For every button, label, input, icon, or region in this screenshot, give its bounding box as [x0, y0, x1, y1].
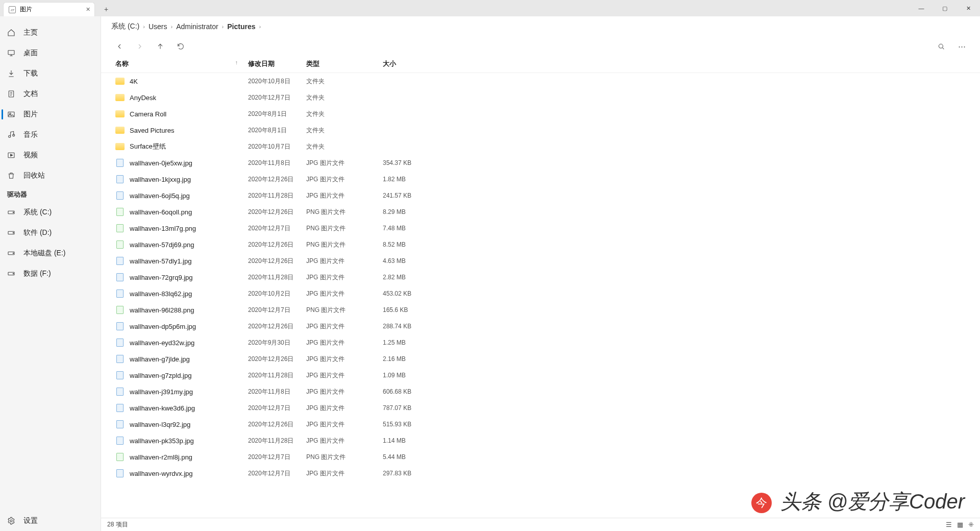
chevron-right-icon: › — [259, 23, 261, 30]
up-button[interactable] — [150, 38, 170, 55]
content-area: 系统 (C:)›Users›Administrator›Pictures› ⋯ … — [101, 16, 980, 531]
sidebar-item-videos[interactable]: 视频 — [0, 145, 101, 165]
file-date: 2020年10月7日 — [248, 142, 306, 151]
close-tab-icon[interactable]: ✕ — [86, 6, 90, 13]
folder-icon — [115, 77, 125, 86]
file-type: JPG 图片文件 — [306, 289, 383, 298]
sidebar-item-documents[interactable]: 文档 — [0, 84, 101, 104]
breadcrumb-segment[interactable]: Users — [149, 22, 167, 31]
file-row[interactable]: Saved Pictures2020年8月1日文件夹 — [101, 122, 980, 138]
file-size: 5.44 MB — [383, 453, 449, 461]
file-row[interactable]: wallhaven-1kjxxg.jpg2020年12月26日JPG 图片文件1… — [101, 171, 980, 187]
sidebar-item-settings[interactable]: 设置 — [0, 511, 101, 531]
sidebar-item-home[interactable]: 主页 — [0, 22, 101, 43]
file-date: 2020年12月26日 — [248, 175, 306, 184]
file-row[interactable]: wallhaven-pk353p.jpg2020年11月28日JPG 图片文件1… — [101, 432, 980, 449]
column-size[interactable]: 大小 — [383, 59, 449, 68]
file-row[interactable]: wallhaven-eyd32w.jpg2020年9月30日JPG 图片文件1.… — [101, 334, 980, 351]
breadcrumb-segment[interactable]: 系统 (C:) — [111, 22, 139, 31]
file-date: 2020年12月7日 — [248, 224, 306, 233]
file-row[interactable]: 4K2020年10月8日文件夹 — [101, 73, 980, 89]
file-date: 2020年11月28日 — [248, 191, 306, 200]
file-row[interactable]: wallhaven-6ojl5q.jpg2020年11月28日JPG 图片文件2… — [101, 187, 980, 204]
file-row[interactable]: wallhaven-j391my.jpg2020年11月8日JPG 图片文件60… — [101, 383, 980, 400]
file-row[interactable]: wallhaven-13ml7g.png2020年12月7日PNG 图片文件7.… — [101, 220, 980, 236]
breadcrumb-segment[interactable]: Pictures — [227, 22, 255, 31]
file-row[interactable]: wallhaven-kwe3d6.jpg2020年12月7日JPG 图片文件78… — [101, 400, 980, 416]
sidebar-drive-software-d[interactable]: 软件 (D:) — [0, 223, 101, 243]
sidebar-item-label: 设置 — [23, 516, 38, 525]
navigation-toolbar: ⋯ — [101, 37, 980, 56]
file-row[interactable]: wallhaven-96l288.png2020年12月7日PNG 图片文件16… — [101, 302, 980, 318]
title-bar: ▱ 图片 ✕ + — ▢ ✕ — [0, 0, 980, 16]
file-type: JPG 图片文件 — [306, 420, 383, 429]
file-row[interactable]: wallhaven-83lq62.jpg2020年10月2日JPG 图片文件45… — [101, 285, 980, 302]
file-row[interactable]: wallhaven-72grq9.jpg2020年11月28日JPG 图片文件2… — [101, 269, 980, 285]
svg-point-10 — [13, 232, 13, 233]
file-row[interactable]: AnyDesk2020年12月7日文件夹 — [101, 89, 980, 106]
close-window-button[interactable]: ✕ — [957, 0, 980, 16]
file-name: wallhaven-1kjxxg.jpg — [130, 176, 248, 183]
sidebar-drive-local-e[interactable]: 本地磁盘 (E:) — [0, 243, 101, 263]
sidebar-item-recycle[interactable]: 回收站 — [0, 165, 101, 186]
jpg-icon — [115, 371, 125, 380]
minimize-button[interactable]: — — [910, 0, 933, 16]
file-type: JPG 图片文件 — [306, 388, 383, 396]
file-list: 名称↑ 修改日期 类型 大小 4K2020年10月8日文件夹AnyDesk202… — [101, 56, 980, 518]
music-icon — [7, 131, 16, 139]
file-row[interactable]: wallhaven-57dly1.jpg2020年12月26日JPG 图片文件4… — [101, 253, 980, 269]
view-more-button[interactable]: ⁜ — [968, 521, 974, 528]
back-button[interactable] — [109, 38, 130, 55]
forward-button[interactable] — [130, 38, 150, 55]
file-row[interactable]: wallhaven-0je5xw.jpg2020年11月8日JPG 图片文件35… — [101, 155, 980, 171]
breadcrumb-segment[interactable]: Administrator — [176, 22, 218, 31]
png-icon — [115, 305, 125, 315]
column-date[interactable]: 修改日期 — [248, 59, 306, 68]
column-name[interactable]: 名称↑ — [115, 59, 248, 68]
file-name: 4K — [130, 78, 248, 85]
column-type[interactable]: 类型 — [306, 59, 383, 68]
maximize-button[interactable]: ▢ — [933, 0, 957, 16]
view-details-button[interactable]: ☰ — [946, 521, 952, 528]
new-tab-button[interactable]: + — [99, 2, 113, 16]
file-size: 165.6 KB — [383, 306, 449, 313]
file-row[interactable]: wallhaven-6oqoll.png2020年12月26日PNG 图片文件8… — [101, 204, 980, 220]
more-button[interactable]: ⋯ — [951, 38, 972, 55]
sidebar-drive-system-c[interactable]: 系统 (C:) — [0, 202, 101, 223]
desktop-icon — [7, 49, 16, 57]
breadcrumb[interactable]: 系统 (C:)›Users›Administrator›Pictures› — [101, 16, 980, 37]
file-row[interactable]: Surface壁纸2020年10月7日文件夹 — [101, 138, 980, 155]
file-type: 文件夹 — [306, 110, 383, 118]
refresh-button[interactable] — [170, 38, 191, 55]
png-icon — [115, 224, 125, 233]
file-row[interactable]: wallhaven-dp5p6m.jpg2020年12月26日JPG 图片文件2… — [101, 318, 980, 334]
sidebar-drive-data-f[interactable]: 数据 (F:) — [0, 263, 101, 284]
sidebar-item-music[interactable]: 音乐 — [0, 125, 101, 145]
tab-label: 图片 — [20, 5, 32, 14]
file-row[interactable]: wallhaven-g7jlde.jpg2020年12月26日JPG 图片文件2… — [101, 351, 980, 367]
file-row[interactable]: wallhaven-g7zpld.jpg2020年11月28日JPG 图片文件1… — [101, 367, 980, 383]
sidebar-item-desktop[interactable]: 桌面 — [0, 43, 101, 63]
view-tiles-button[interactable]: ▦ — [957, 521, 963, 528]
sidebar-item-label: 视频 — [23, 151, 38, 160]
jpg-icon — [115, 354, 125, 364]
tab-pictures[interactable]: ▱ 图片 ✕ — [3, 2, 95, 16]
sidebar: 主页桌面下载文档图片音乐视频回收站 驱动器 系统 (C:)软件 (D:)本地磁盘… — [0, 16, 101, 531]
file-size: 2.82 MB — [383, 274, 449, 281]
sidebar-item-downloads[interactable]: 下载 — [0, 63, 101, 84]
file-row[interactable]: wallhaven-r2ml8j.png2020年12月7日PNG 图片文件5.… — [101, 449, 980, 465]
file-row[interactable]: wallhaven-l3qr92.jpg2020年12月26日JPG 图片文件5… — [101, 416, 980, 432]
file-row[interactable]: wallhaven-wyrdvx.jpg2020年12月7日JPG 图片文件29… — [101, 465, 980, 481]
file-name: wallhaven-g7jlde.jpg — [130, 355, 248, 363]
file-date: 2020年11月28日 — [248, 371, 306, 380]
search-button[interactable] — [931, 38, 951, 55]
file-date: 2020年12月7日 — [248, 404, 306, 413]
file-size: 453.02 KB — [383, 290, 449, 297]
file-type: 文件夹 — [306, 142, 383, 151]
sidebar-item-pictures[interactable]: 图片 — [0, 104, 101, 125]
file-row[interactable]: wallhaven-57dj69.png2020年12月26日PNG 图片文件8… — [101, 236, 980, 253]
file-date: 2020年12月7日 — [248, 453, 306, 462]
file-row[interactable]: Camera Roll2020年8月1日文件夹 — [101, 106, 980, 122]
file-date: 2020年10月8日 — [248, 77, 306, 86]
file-date: 2020年12月26日 — [248, 355, 306, 364]
